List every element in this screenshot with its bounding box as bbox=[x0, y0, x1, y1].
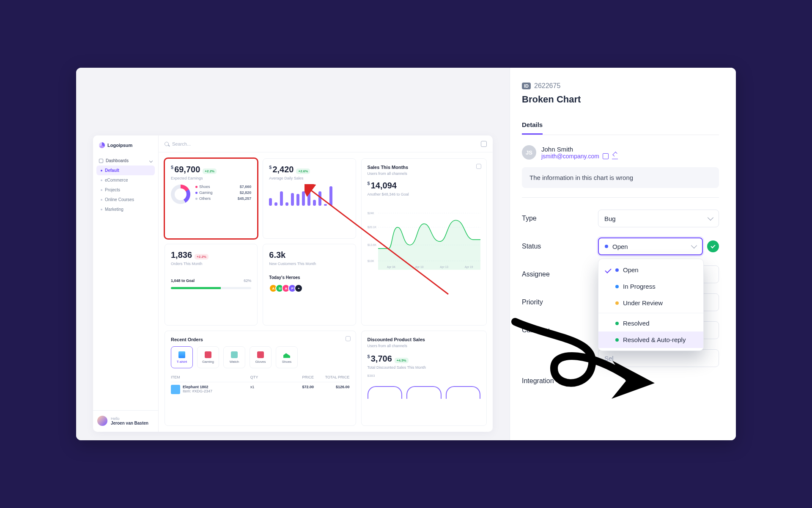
discount-sub: Users from all channels bbox=[368, 344, 480, 348]
reporter-avatar: JS bbox=[522, 145, 536, 160]
ticket-reporter: JS John Smith jsmith@company.com bbox=[522, 145, 719, 160]
nav-group-label: Dashboards bbox=[106, 158, 129, 163]
field-label: Type bbox=[522, 215, 598, 222]
chevron-down-icon bbox=[149, 159, 153, 162]
tab-details[interactable]: Details bbox=[522, 121, 543, 135]
sales-value: $14,094 bbox=[368, 181, 480, 190]
earnings-value: $69,700+2.2% bbox=[171, 165, 251, 174]
product-thumb bbox=[171, 385, 180, 394]
status-option-label: In Progress bbox=[623, 283, 656, 290]
nav-group-dashboards[interactable]: Dashboards bbox=[96, 156, 155, 166]
ticket-title: Broken Chart bbox=[522, 94, 719, 105]
dashboard-preview: Logoipsum Dashboards Default eCommerce P… bbox=[76, 68, 510, 440]
recent-title: Recent Orders bbox=[171, 337, 350, 342]
status-option[interactable]: Resolved bbox=[598, 315, 703, 331]
status-option-label: Open bbox=[623, 266, 639, 273]
status-option[interactable]: In Progress bbox=[598, 278, 703, 295]
status-option[interactable]: Under Review bbox=[598, 295, 703, 311]
daily-value: $2,420+2.6% bbox=[269, 165, 349, 174]
customers-label: New Customers This Month bbox=[269, 262, 349, 266]
svg-text:$20.1K: $20.1K bbox=[368, 226, 377, 229]
sidebar-user[interactable]: Hello Jeroen van Basten bbox=[93, 410, 158, 432]
widget-expected-earnings: $69,700+2.2% Expected Earnings Shoes$7,6… bbox=[165, 158, 258, 239]
status-option[interactable]: Open bbox=[598, 262, 703, 278]
dashboard-sidebar: Logoipsum Dashboards Default eCommerce P… bbox=[93, 135, 159, 432]
nav-item-label: Projects bbox=[105, 188, 120, 192]
recent-tabs: T-shirt Gaming Watch Gloves Shoes bbox=[171, 346, 350, 368]
field-status: Status Open OpenIn ProgressUnder ReviewR… bbox=[522, 237, 719, 255]
svg-text:$10K: $10K bbox=[368, 260, 374, 262]
status-select[interactable]: Open bbox=[598, 237, 703, 255]
widget-orders: 1,836+2.2% Orders This Month 1,048 to Go… bbox=[165, 244, 258, 326]
field-label: Assignee bbox=[522, 271, 598, 278]
orders-progress bbox=[171, 287, 251, 289]
status-option[interactable]: Resolved & Auto-reply bbox=[598, 331, 703, 348]
orders-value: 1,836+2.2% bbox=[171, 250, 251, 260]
edit-icon[interactable] bbox=[612, 153, 618, 159]
confirm-button[interactable] bbox=[707, 240, 719, 252]
status-option-label: Resolved & Auto-reply bbox=[623, 336, 686, 343]
ticket-tabs: Details bbox=[522, 121, 719, 135]
type-select[interactable]: Bug bbox=[598, 210, 719, 227]
user-name: Jeroen van Basten bbox=[111, 421, 148, 425]
earnings-label: Expected Earnings bbox=[171, 176, 251, 180]
type-value: Bug bbox=[604, 215, 616, 222]
chevron-down-icon bbox=[691, 243, 697, 248]
divider bbox=[522, 197, 719, 198]
nav-item-label: eCommerce bbox=[105, 178, 128, 182]
tab-watch[interactable]: Watch bbox=[223, 346, 245, 368]
discount-title: Discounted Product Sales bbox=[368, 337, 480, 342]
status-option-label: Under Review bbox=[623, 299, 663, 306]
widget-recent-orders: Recent Orders T-shirt Gaming Watch Glove… bbox=[165, 331, 356, 426]
table-row[interactable]: Elephant 1802Item: #XDG-2347 x1 $72.00 $… bbox=[171, 382, 350, 397]
heroes-row: ASAP+ bbox=[269, 284, 349, 293]
nav-item-ecommerce[interactable]: eCommerce bbox=[96, 175, 155, 185]
nav-item-default[interactable]: Default bbox=[96, 166, 155, 175]
search-input[interactable]: Search... bbox=[172, 141, 191, 146]
svg-text:Apr 04: Apr 04 bbox=[387, 265, 395, 269]
field-label: Category bbox=[522, 326, 598, 334]
nav-item-projects[interactable]: Projects bbox=[96, 185, 155, 195]
svg-text:$13.6K: $13.6K bbox=[368, 243, 377, 246]
watch-icon bbox=[231, 351, 238, 358]
widget-discounted: Discounted Product Sales Users from all … bbox=[361, 331, 487, 426]
expand-icon[interactable] bbox=[346, 336, 351, 341]
gaming-icon bbox=[205, 351, 211, 358]
svg-text:Apr 19: Apr 19 bbox=[464, 265, 473, 269]
nav-item-marketing[interactable]: Marketing bbox=[96, 204, 155, 214]
daily-label: Average Daily Sales bbox=[269, 176, 349, 180]
daily-bars bbox=[269, 186, 349, 206]
nav-item-courses[interactable]: Online Courses bbox=[96, 195, 155, 204]
expand-icon[interactable] bbox=[476, 164, 481, 169]
widget-customers: 6.3k New Customers This Month Today's He… bbox=[263, 244, 356, 326]
discount-sub2: Total Discounted Sales This Month bbox=[368, 365, 480, 370]
id-badge: ID bbox=[522, 83, 531, 89]
extra-placeholder: Sel bbox=[604, 355, 614, 362]
orders-delta: +2.2% bbox=[195, 254, 208, 260]
tab-gloves[interactable]: Gloves bbox=[250, 346, 272, 368]
user-hello: Hello bbox=[111, 417, 148, 421]
donut-chart bbox=[171, 185, 190, 204]
nav-item-label: Default bbox=[105, 168, 119, 173]
chevron-down-icon bbox=[708, 215, 713, 221]
calendar-icon[interactable] bbox=[481, 141, 487, 147]
discount-delta: +4.5% bbox=[395, 358, 409, 363]
tab-shoes[interactable]: Shoes bbox=[276, 346, 298, 368]
brand-name: Logoipsum bbox=[107, 143, 132, 148]
gloves-icon bbox=[257, 351, 264, 358]
reporter-email[interactable]: jsmith@company.com bbox=[541, 153, 599, 160]
search-icon bbox=[165, 142, 169, 146]
grid-icon bbox=[99, 159, 103, 163]
tab-tshirt[interactable]: T-shirt bbox=[171, 346, 193, 368]
orders-label: Orders This Month bbox=[171, 262, 251, 266]
reporter-email-row: jsmith@company.com bbox=[541, 153, 618, 160]
widget-sales-month: Sales This Months Users from all channel… bbox=[361, 158, 487, 326]
extra-select[interactable]: Sel bbox=[598, 349, 719, 367]
field-label: Status bbox=[522, 243, 598, 250]
tab-gaming[interactable]: Gaming bbox=[197, 346, 219, 368]
field-extra: Sel bbox=[522, 349, 719, 367]
avatar bbox=[97, 416, 107, 426]
copy-icon[interactable] bbox=[603, 153, 609, 159]
logo-icon bbox=[99, 142, 105, 148]
tshirt-icon bbox=[178, 351, 185, 358]
